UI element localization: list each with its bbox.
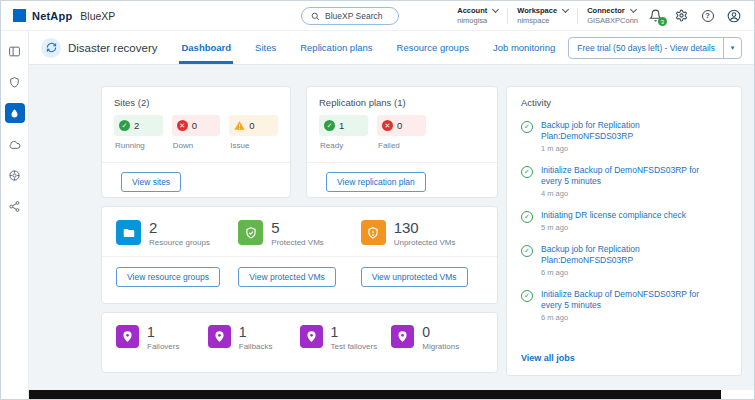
pin-icon [391, 325, 414, 348]
tab-bar: Dashboard Sites Replication plans Resour… [179, 31, 557, 64]
view-all-jobs-link[interactable]: View all jobs [507, 347, 741, 375]
test-failovers-summary: 1 Test failovers [300, 325, 392, 351]
connector-label: Connector [587, 6, 625, 15]
chevron-down-icon [630, 6, 637, 13]
bottom-corner [721, 390, 754, 399]
activity-item[interactable]: ✓ Initiating DR license compliance check… [507, 204, 741, 238]
stat-value: 1 [339, 120, 344, 131]
failbacks-count: 1 [239, 325, 273, 339]
summary-actions: View resource groups View protected VMs … [102, 256, 497, 287]
bluexp-app: NetApp BlueXP BlueXP Search Account nimo… [0, 0, 755, 400]
view-unprotected-vms-button[interactable]: View unprotected VMs [361, 267, 468, 287]
activity-text: Backup job for Replication Plan:DemoNFSD… [541, 120, 705, 142]
plans-card-title: Replication plans (1) [307, 87, 497, 115]
plans-stats: ✓ 1 Ready ✕ 0 Failed [307, 115, 497, 150]
stat-label: Down [172, 141, 221, 150]
pin-icon [116, 325, 139, 348]
workspace-label: Workspace [517, 6, 557, 15]
user-menu-button[interactable] [725, 7, 742, 24]
activity-item[interactable]: ✓ Backup job for Replication Plan:DemoNF… [507, 114, 741, 159]
activity-time: 6 m ago [541, 313, 705, 322]
activity-item[interactable]: ✓ Initialize Backup of DemoNFSDS03RP for… [507, 283, 741, 328]
pin-icon [300, 325, 323, 348]
account-menu[interactable]: Account nimogisa [457, 6, 498, 25]
sidebar-item-protection[interactable] [5, 72, 25, 92]
sites-card-actions: View sites [102, 162, 290, 192]
netapp-logo-icon [13, 9, 26, 22]
free-trial-button[interactable]: Free trial (50 days left) - View details… [568, 37, 742, 59]
tab-sites[interactable]: Sites [253, 31, 278, 64]
help-button[interactable]: ? [699, 7, 716, 24]
bottom-bar [29, 390, 723, 399]
workspace-value: nimspace [517, 16, 568, 25]
test-failovers-count: 1 [331, 325, 378, 339]
plans-card-actions: View replication plan [307, 162, 497, 192]
view-protected-vms-button[interactable]: View protected VMs [238, 267, 335, 287]
notifications-button[interactable]: 3 [647, 7, 664, 24]
tab-resource-groups[interactable]: Resource groups [395, 31, 471, 64]
sidebar-item-disaster-recovery[interactable] [5, 103, 25, 123]
stat-running: ✓ 2 Running [114, 115, 163, 150]
disaster-recovery-badge [41, 38, 61, 58]
x-circle-icon: ✕ [177, 120, 188, 131]
top-header: NetApp BlueXP BlueXP Search Account nimo… [1, 1, 754, 31]
tab-job-monitoring[interactable]: Job monitoring [491, 31, 557, 64]
tab-dashboard[interactable]: Dashboard [179, 31, 233, 64]
view-sites-button[interactable]: View sites [121, 172, 181, 192]
sidebar-item-observability[interactable] [5, 165, 25, 185]
stat-issue: 0 Issue [229, 115, 278, 150]
brand[interactable]: NetApp BlueXP [13, 9, 115, 22]
activity-item[interactable]: ✓ Initialize Backup of DemoNFSDS03RP for… [507, 159, 741, 204]
protected-vms-summary: 5 Protected VMs [238, 220, 360, 247]
activity-card-title: Activity [507, 87, 741, 112]
protected-vms-label: Protected VMs [271, 238, 323, 247]
activity-card: Activity ✓ Backup job for Replication Pl… [506, 86, 742, 376]
search-icon [311, 12, 320, 21]
stat-value: 0 [397, 120, 402, 131]
connector-menu[interactable]: Connector GISABXPConn [587, 6, 638, 25]
activity-text: Backup job for Replication Plan:DemoNFSD… [541, 244, 705, 266]
check-circle-icon: ✓ [119, 120, 130, 131]
stat-failed: ✕ 0 Failed [377, 115, 426, 150]
left-sidebar [1, 31, 29, 399]
service-nav: Disaster recovery Dashboard Sites Replic… [29, 31, 754, 65]
resource-summary-card: 2 Resource groups 5 Protected VMs [101, 206, 498, 304]
activity-item[interactable]: ✓ Backup job for Replication Plan:DemoNF… [507, 238, 741, 283]
workspace-menu[interactable]: Workspace nimspace [517, 6, 568, 25]
check-circle-icon: ✓ [324, 120, 335, 131]
sidebar-toggle-button[interactable] [5, 41, 25, 61]
resource-groups-summary: 2 Resource groups [116, 220, 238, 247]
operations-card: 1 Failovers 1 Failbacks [101, 312, 498, 373]
recovery-arrows-icon [46, 42, 57, 53]
warning-triangle-icon [234, 120, 245, 131]
failbacks-label: Failbacks [239, 342, 273, 351]
search-input[interactable]: BlueXP Search [301, 7, 399, 25]
stat-ready: ✓ 1 Ready [319, 115, 368, 150]
shield-alert-icon [361, 220, 386, 245]
check-circle-icon: ✓ [521, 211, 533, 223]
pin-icon [208, 325, 231, 348]
tab-replication-plans[interactable]: Replication plans [298, 31, 374, 64]
stat-value: 0 [249, 120, 254, 131]
shield-check-icon [238, 220, 263, 245]
activity-text: Initialize Backup of DemoNFSDS03RP for e… [541, 165, 705, 187]
sidebar-item-storage[interactable] [5, 134, 25, 154]
failovers-label: Failovers [147, 342, 179, 351]
activity-text: Initialize Backup of DemoNFSDS03RP for e… [541, 289, 705, 311]
migrations-summary: 0 Migrations [391, 325, 483, 351]
free-trial-label: Free trial (50 days left) - View details [569, 38, 723, 58]
activity-list: ✓ Backup job for Replication Plan:DemoNF… [507, 112, 741, 347]
target-icon [8, 169, 21, 182]
sites-card: Sites (2) ✓ 2 Running ✕ 0 Down [101, 86, 291, 198]
settings-button[interactable] [673, 7, 690, 24]
stat-value: 0 [192, 120, 197, 131]
view-replication-plan-button[interactable]: View replication plan [326, 172, 426, 192]
chevron-down-icon[interactable]: ▾ [723, 38, 741, 58]
view-resource-groups-button[interactable]: View resource groups [116, 267, 220, 287]
sidebar-item-sync[interactable] [5, 196, 25, 216]
migrations-label: Migrations [422, 342, 459, 351]
activity-time: 1 m ago [541, 144, 705, 153]
stat-label: Ready [319, 141, 368, 150]
activity-time: 6 m ago [541, 268, 705, 277]
user-avatar-icon [727, 9, 741, 23]
